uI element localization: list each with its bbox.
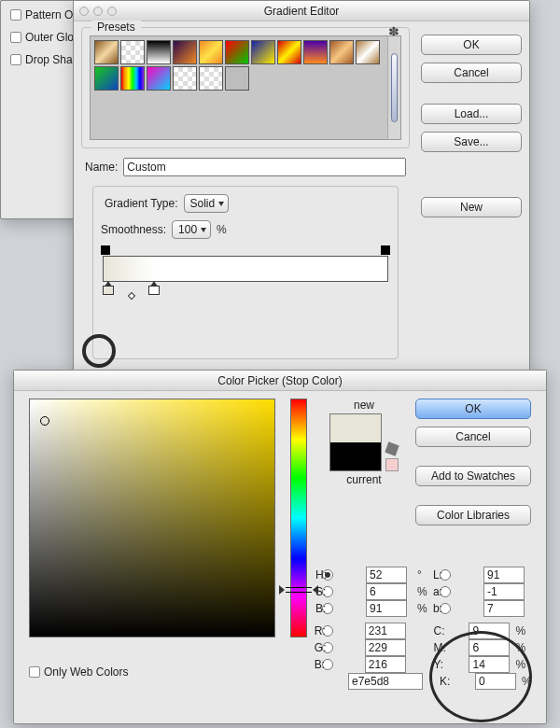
presets-grid[interactable] (90, 35, 401, 140)
percent-label: % (217, 223, 227, 236)
window-title: Gradient Editor (74, 1, 529, 21)
zoom-icon[interactable] (107, 7, 117, 16)
gradient-editor-window: Gradient Editor Presets ✽ Name: Gradient… (73, 0, 530, 371)
preset-swatch[interactable] (303, 40, 328, 64)
only-web-colors-checkbox[interactable]: Only Web Colors (29, 664, 275, 680)
preset-swatch[interactable] (277, 40, 301, 64)
presets-group: Presets ✽ (81, 27, 410, 148)
color-compare-box[interactable] (329, 413, 382, 471)
m-field[interactable] (469, 639, 510, 656)
hex-field[interactable] (348, 673, 423, 690)
hue-thumb[interactable] (286, 587, 312, 593)
cancel-button[interactable]: Cancel (415, 427, 531, 447)
preset-swatch[interactable] (94, 40, 119, 64)
name-label: Name: (85, 161, 118, 174)
color-stop-left[interactable] (103, 286, 114, 299)
scrollbar[interactable] (387, 36, 400, 139)
preset-swatch[interactable] (147, 66, 171, 91)
smoothness-label: Smoothness: (101, 223, 166, 236)
b-lab-field[interactable] (483, 600, 525, 617)
opacity-stop-right[interactable] (381, 245, 390, 255)
new-color-swatch (330, 414, 381, 442)
cancel-button[interactable]: Cancel (421, 63, 522, 83)
new-current-preview: new current (322, 399, 406, 555)
color-picker-window: Color Picker (Stop Color) Only Web Color… (13, 370, 547, 724)
save-button[interactable]: Save... (421, 132, 522, 152)
preset-swatch[interactable] (120, 40, 145, 64)
preset-swatch[interactable] (199, 40, 223, 64)
color-fields: H: ° L: (322, 567, 531, 583)
window-title: Color Picker (Stop Color) (14, 371, 546, 391)
add-to-swatches-button[interactable]: Add to Swatches (415, 466, 531, 486)
preset-swatch[interactable] (199, 66, 223, 91)
minimize-icon[interactable] (93, 7, 103, 16)
color-stop-right[interactable] (148, 286, 160, 299)
ok-button[interactable]: OK (421, 35, 522, 55)
g-field[interactable] (365, 639, 406, 656)
load-button[interactable]: Load... (421, 104, 522, 124)
gradient-type-label: Gradient Type: (105, 197, 178, 210)
websafe-warning-icon[interactable] (385, 458, 399, 471)
b-hsb-field[interactable] (366, 600, 407, 617)
hue-slider[interactable] (290, 399, 307, 637)
gradient-preview[interactable] (103, 256, 388, 282)
r-field[interactable] (365, 623, 406, 639)
y-field[interactable] (469, 656, 510, 673)
smoothness-select[interactable]: 100 (172, 220, 211, 239)
gamut-warning-icon[interactable] (385, 441, 399, 455)
saturation-box[interactable] (29, 399, 275, 637)
preset-swatch[interactable] (94, 66, 119, 91)
opacity-stop-left[interactable] (101, 245, 110, 255)
l-field[interactable] (483, 567, 525, 583)
preset-swatch[interactable] (225, 66, 249, 91)
sat-cursor[interactable] (40, 416, 49, 426)
preset-swatch[interactable] (120, 66, 145, 91)
c-field[interactable] (469, 623, 510, 639)
preset-swatch[interactable] (173, 66, 197, 91)
midpoint-handle[interactable] (127, 292, 134, 300)
titlebar[interactable]: Gradient Editor (74, 1, 529, 21)
new-button[interactable]: New (421, 197, 522, 217)
s-field[interactable] (366, 583, 407, 600)
gradient-type-group: Gradient Type: Solid Smoothness: 100 % (92, 186, 399, 359)
close-icon[interactable] (79, 7, 89, 16)
presets-label: Presets (91, 21, 141, 34)
preset-swatch[interactable] (251, 40, 275, 64)
b-rgb-field[interactable] (365, 656, 406, 673)
preset-swatch[interactable] (173, 40, 197, 64)
name-input[interactable] (123, 158, 406, 176)
color-libraries-button[interactable]: Color Libraries (415, 505, 531, 525)
preset-swatch[interactable] (329, 40, 354, 64)
current-color-swatch (330, 442, 381, 470)
ok-button[interactable]: OK (415, 399, 531, 419)
a-field[interactable] (483, 583, 525, 600)
preset-swatch[interactable] (225, 40, 249, 64)
preset-swatch[interactable] (356, 40, 380, 64)
titlebar[interactable]: Color Picker (Stop Color) (14, 371, 546, 391)
preset-swatch[interactable] (147, 40, 171, 64)
gradient-bar[interactable] (103, 246, 388, 302)
gradient-type-select[interactable]: Solid (184, 194, 230, 213)
h-field[interactable] (366, 567, 407, 583)
k-field[interactable] (475, 673, 516, 690)
